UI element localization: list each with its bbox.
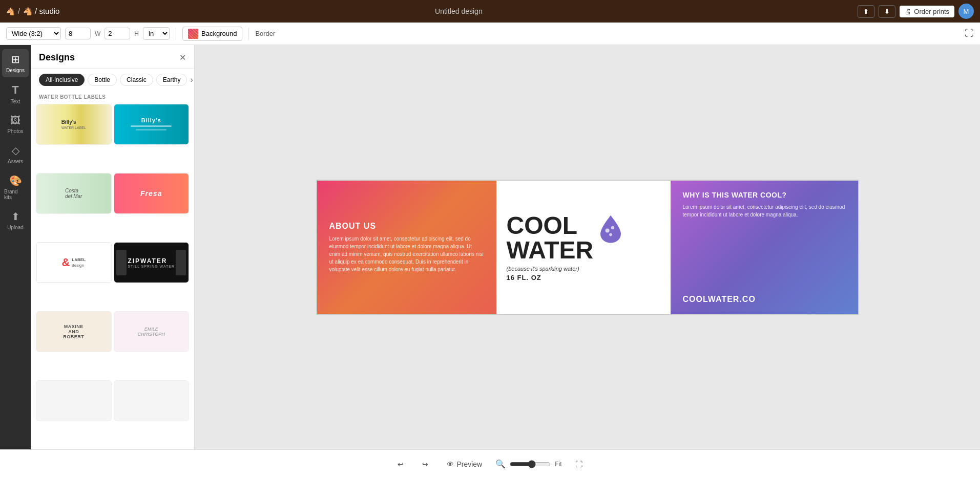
toolbar: Wide (3:2) Square (1:1) Custom W H in cm… (0, 23, 980, 45)
filter-classic[interactable]: Classic (120, 74, 153, 86)
sidebar-item-brand-kits[interactable]: 🎨 Brand kits (2, 170, 29, 204)
background-color-button[interactable]: Background (182, 27, 242, 41)
designs-icon: ⊞ (11, 53, 20, 66)
label-center-content: COOL WATER (507, 213, 623, 263)
label-left-section[interactable]: ABOUT US Lorem ipsum dolor sit amet, con… (317, 181, 496, 314)
design-thumb-billy[interactable]: Billy's WATER LABEL (36, 104, 112, 145)
design-thumb-costa[interactable]: Costadel Mar (36, 173, 112, 214)
bottom-bar: ↩ ↪ 👁 Preview 🔍 Fit ⛶ (0, 449, 980, 478)
background-label: Background (201, 30, 237, 37)
cool-line1: COOL (507, 213, 594, 238)
about-us-heading: ABOUT US (329, 222, 484, 231)
zoom-icon: 🔍 (495, 459, 506, 469)
topbar-right: ⬆ ⬇ 🖨 Order prints M (858, 4, 974, 19)
brand-icon: 🐴 (6, 7, 15, 15)
avatar-button[interactable]: M (958, 4, 974, 19)
border-label: Border (255, 30, 275, 37)
designs-panel-title: Designs (39, 52, 75, 63)
svg-point-0 (606, 228, 610, 232)
svg-point-2 (609, 233, 612, 236)
order-prints-button[interactable]: 🖨 Order prints (900, 6, 954, 17)
label-right-top: WHY IS THIS WATER COOL? Lorem ipsum dolo… (683, 191, 846, 219)
zoom-control: 🔍 Fit (495, 459, 561, 469)
design-thumb-amp[interactable]: & LABEL design (36, 242, 112, 283)
divider-1 (176, 28, 176, 40)
topbar: 🐴 / 🐴 / studio Untitled design ⬆ ⬇ 🖨 Ord… (0, 0, 980, 23)
filter-all-inclusive[interactable]: All-inclusive (39, 74, 85, 86)
preview-label: Preview (456, 460, 482, 468)
oz-label: 16 FL. OZ (507, 274, 541, 281)
photos-label: Photos (7, 128, 23, 134)
design-thumb-empty-2[interactable] (114, 380, 190, 421)
assets-label: Assets (8, 159, 23, 164)
preview-icon: 👁 (447, 460, 454, 468)
designs-header: Designs ✕ (31, 45, 194, 69)
icon-sidebar: ⊞ Designs T Text 🖼 Photos ◇ Assets 🎨 Bra… (0, 45, 31, 449)
width-input[interactable] (65, 28, 91, 39)
expand-icon: ⛶ (965, 28, 974, 38)
designs-filters: All-inclusive Bottle Classic Earthy › (31, 69, 194, 91)
filter-more-button[interactable]: › (190, 75, 193, 84)
undo-icon: ↩ (398, 460, 404, 468)
cool-water-text-block: COOL WATER (507, 213, 594, 263)
height-input[interactable] (105, 28, 130, 39)
topbar-center: Untitled design (435, 7, 483, 15)
studio-label: 🐴 / studio (23, 7, 60, 16)
height-label: H (134, 30, 139, 37)
document-title[interactable]: Untitled design (435, 7, 483, 15)
fullscreen-icon: ⛶ (575, 460, 582, 468)
designs-close-button[interactable]: ✕ (179, 53, 186, 62)
section-label: WATER BOTTLE LABELS (31, 91, 194, 102)
designs-label: Designs (6, 68, 25, 73)
sidebar-item-assets[interactable]: ◇ Assets (2, 140, 29, 168)
sidebar-item-text[interactable]: T Text (2, 79, 29, 108)
label-center-section[interactable]: COOL WATER (because it's sparkling water… (496, 181, 671, 314)
fit-label: Fit (555, 461, 561, 468)
zoom-slider[interactable] (510, 460, 551, 468)
upload-label: Upload (7, 225, 24, 230)
designs-grid: Billy's WATER LABEL Billy's Costadel (31, 102, 194, 449)
text-icon: T (12, 83, 18, 97)
background-color-swatch (188, 29, 198, 39)
cool-line2: WATER (507, 238, 594, 263)
preview-button[interactable]: 👁 Preview (442, 457, 487, 471)
why-cool-body: Lorem ipsum dolor sit amet, consectetur … (683, 203, 846, 219)
share-button[interactable]: ⬆ (858, 5, 874, 18)
canvas-area[interactable]: ABOUT US Lorem ipsum dolor sit amet, con… (195, 45, 980, 449)
upload-icon: ⬆ (11, 210, 20, 223)
slash-separator: / (18, 7, 20, 15)
text-label: Text (11, 99, 20, 104)
filter-earthy[interactable]: Earthy (156, 74, 187, 86)
website-label: COOLWATER.CO (683, 295, 846, 304)
design-thumb-zip[interactable]: ZIPWATER STILL SPRING WATER (114, 242, 190, 283)
main-layout: ⊞ Designs T Text 🖼 Photos ◇ Assets 🎨 Bra… (0, 45, 980, 449)
designs-panel: Designs ✕ All-inclusive Bottle Classic E… (31, 45, 195, 449)
sidebar-item-designs[interactable]: ⊞ Designs (2, 49, 29, 77)
undo-button[interactable]: ↩ (392, 457, 409, 471)
expand-button[interactable]: ⛶ (965, 28, 974, 39)
sidebar-item-photos[interactable]: 🖼 Photos (2, 111, 29, 138)
brand-kits-icon: 🎨 (9, 175, 22, 187)
download-button[interactable]: ⬇ (879, 5, 895, 18)
unit-select[interactable]: in cm px (143, 27, 170, 40)
redo-button[interactable]: ↪ (417, 457, 433, 471)
label-right-section[interactable]: WHY IS THIS WATER COOL? Lorem ipsum dolo… (671, 181, 858, 314)
filter-bottle[interactable]: Bottle (88, 74, 117, 86)
label-design: ABOUT US Lorem ipsum dolor sit amet, con… (317, 181, 858, 314)
sidebar-item-upload[interactable]: ⬆ Upload (2, 206, 29, 234)
divider-2 (248, 28, 249, 40)
why-cool-heading: WHY IS THIS WATER COOL? (683, 191, 846, 199)
design-thumb-empty-1[interactable] (36, 380, 112, 421)
size-select[interactable]: Wide (3:2) Square (1:1) Custom (6, 27, 61, 40)
redo-icon: ↪ (422, 460, 428, 468)
design-canvas[interactable]: ABOUT US Lorem ipsum dolor sit amet, con… (316, 180, 859, 315)
topbar-logo: 🐴 / 🐴 / studio (6, 7, 59, 16)
about-us-body: Lorem ipsum dolor sit amet, consectetur … (329, 235, 484, 273)
design-thumb-emile[interactable]: EMILECHRISTOPH (114, 311, 190, 352)
design-thumb-wave[interactable]: Billy's (114, 104, 190, 145)
design-thumb-maxine[interactable]: MAXINEANDROBERT (36, 311, 112, 352)
design-thumb-fresa[interactable]: Fresa (114, 173, 190, 214)
assets-icon: ◇ (12, 144, 19, 157)
fullscreen-button[interactable]: ⛶ (570, 457, 588, 471)
photos-icon: 🖼 (10, 115, 20, 126)
